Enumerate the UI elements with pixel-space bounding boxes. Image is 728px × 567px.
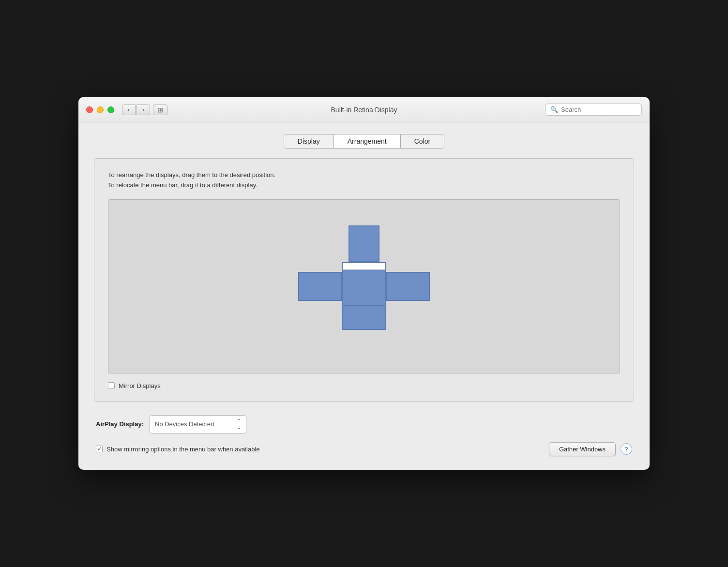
display-bottom[interactable] bbox=[342, 305, 386, 330]
mirror-label: Mirror Displays bbox=[119, 382, 161, 389]
forward-button[interactable]: › bbox=[136, 104, 150, 115]
main-window: ‹ › ⊞ Built-in Retina Display 🔍 Display … bbox=[78, 97, 650, 470]
display-canvas[interactable] bbox=[108, 199, 620, 373]
mirror-checkbox[interactable] bbox=[108, 382, 115, 389]
airplay-dropdown[interactable]: No Devices Detected ⌃⌄ bbox=[150, 415, 246, 433]
instructions: To rearrange the displays, drag them to … bbox=[108, 170, 620, 191]
help-button[interactable]: ? bbox=[621, 443, 632, 455]
dropdown-arrows-icon: ⌃⌄ bbox=[237, 418, 241, 431]
display-top[interactable] bbox=[349, 225, 379, 262]
search-input[interactable] bbox=[561, 106, 637, 113]
mirror-displays-row: Mirror Displays bbox=[108, 382, 620, 389]
tab-color[interactable]: Color bbox=[401, 134, 444, 148]
airplay-value: No Devices Detected bbox=[155, 420, 214, 428]
arrangement-panel: To rearrange the displays, drag them to … bbox=[94, 158, 634, 402]
instruction-line-1: To rearrange the displays, drag them to … bbox=[108, 170, 620, 180]
mirroring-option-row: ✓ Show mirroring options in the menu bar… bbox=[96, 446, 260, 453]
grid-button[interactable]: ⊞ bbox=[153, 104, 167, 115]
right-buttons: Gather Windows ? bbox=[549, 442, 632, 456]
nav-buttons: ‹ › bbox=[122, 104, 150, 115]
minimize-button[interactable] bbox=[97, 106, 104, 113]
tabs: Display Arrangement Color bbox=[94, 134, 634, 149]
traffic-lights bbox=[86, 106, 114, 113]
bottom-row: ✓ Show mirroring options in the menu bar… bbox=[94, 442, 634, 456]
display-arrangement bbox=[294, 243, 434, 330]
display-right[interactable] bbox=[386, 272, 430, 301]
gather-windows-button[interactable]: Gather Windows bbox=[549, 442, 616, 456]
display-center[interactable] bbox=[342, 262, 386, 311]
search-box[interactable]: 🔍 bbox=[545, 104, 642, 116]
window-title: Built-in Retina Display bbox=[331, 106, 397, 114]
instruction-line-2: To relocate the menu bar, drag it to a d… bbox=[108, 180, 620, 191]
tab-group: Display Arrangement Color bbox=[284, 134, 444, 149]
mirroring-option-label: Show mirroring options in the menu bar w… bbox=[106, 446, 260, 453]
content-area: Display Arrangement Color To rearrange t… bbox=[78, 122, 650, 470]
titlebar: ‹ › ⊞ Built-in Retina Display 🔍 bbox=[78, 97, 650, 122]
tab-display[interactable]: Display bbox=[284, 134, 334, 148]
close-button[interactable] bbox=[86, 106, 93, 113]
mirroring-checkbox[interactable]: ✓ bbox=[96, 446, 103, 452]
airplay-row: AirPlay Display: No Devices Detected ⌃⌄ bbox=[94, 415, 634, 433]
search-icon: 🔍 bbox=[550, 106, 558, 113]
airplay-label: AirPlay Display: bbox=[96, 420, 144, 428]
maximize-button[interactable] bbox=[107, 106, 114, 113]
display-left[interactable] bbox=[298, 272, 342, 301]
menubar-indicator bbox=[343, 263, 385, 270]
tab-arrangement[interactable]: Arrangement bbox=[334, 134, 401, 148]
back-button[interactable]: ‹ bbox=[122, 104, 136, 115]
